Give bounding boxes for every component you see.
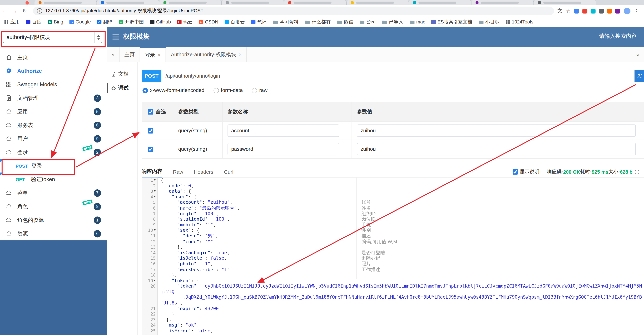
response-body-editor[interactable]: 1▼{2 "code": 0,3▼ "data": {4▼ "user": {5… [142, 178, 644, 335]
site-info-icon[interactable]: i [37, 8, 42, 14]
radio-icon[interactable] [142, 88, 148, 93]
extension-icon[interactable] [599, 8, 604, 14]
bookmark-label: 百度云 [230, 19, 245, 25]
sidebar-item-文档管理[interactable]: 文档管理3 [0, 91, 107, 105]
address-bar[interactable]: i 127.0.0.1:8760/api/gate/doc.html#/auth… [33, 6, 554, 15]
menu-toggle-icon[interactable] [112, 34, 119, 40]
content-type-option[interactable]: x-www-form-urlencoded [142, 88, 204, 93]
menu-kebab-icon[interactable]: ⋮ [634, 8, 639, 14]
bookmark-item[interactable]: 笔记 [251, 19, 266, 25]
browser-tab[interactable] [34, 0, 97, 5]
sidebar-item-应用[interactable]: 应用5 [0, 105, 107, 118]
browser-tab[interactable] [534, 0, 596, 5]
workspace-tab[interactable]: 主页 [119, 47, 140, 62]
browser-tab[interactable] [347, 0, 409, 5]
browser-tab[interactable] [472, 0, 534, 5]
extension-icon[interactable] [574, 8, 579, 14]
content-type-option[interactable]: raw [252, 88, 268, 93]
extension-icon[interactable] [582, 8, 588, 14]
module-select[interactable]: authority-权限模块 [3, 31, 102, 43]
show-description-checkbox[interactable] [513, 169, 518, 174]
select-all-checkbox[interactable] [148, 109, 153, 114]
send-button[interactable]: 发 [634, 70, 644, 82]
star-icon[interactable]: ☆ [566, 8, 570, 14]
bookmark-item[interactable]: 小目标 [478, 19, 500, 25]
browser-tab[interactable] [159, 0, 222, 5]
doc-nav-调试[interactable]: 调试 [107, 81, 137, 95]
response-tab-Headers[interactable]: Headers [194, 166, 213, 177]
extension-icon[interactable] [590, 8, 596, 14]
browser-tab[interactable] [97, 0, 159, 5]
browser-tab[interactable] [284, 0, 347, 5]
forward-icon[interactable]: → [10, 8, 20, 14]
param-value-input[interactable] [357, 143, 636, 155]
fullscreen-icon[interactable] [635, 170, 639, 174]
sidebar-item-Swagger Models[interactable]: Swagger Models [0, 78, 107, 91]
sidebar-item-资源[interactable]: 资源6 [0, 227, 107, 240]
bookmark-item[interactable]: 百度 [26, 19, 42, 25]
bookmark-item[interactable]: 什么都有 [305, 19, 330, 25]
fold-arrow-icon[interactable]: ▼ [154, 189, 156, 194]
sidebar-item-用户[interactable]: 用户9 [0, 132, 107, 146]
bookmark-item[interactable]: 1024Tools [506, 19, 534, 24]
sidebar-item-登录[interactable]: 登录NEW2 [0, 146, 107, 159]
fold-arrow-icon[interactable]: ▼ [154, 178, 156, 183]
radio-icon[interactable] [214, 88, 219, 93]
back-icon[interactable]: ← [0, 8, 10, 14]
tabs-scroll-right-icon[interactable]: » [632, 47, 644, 62]
fold-arrow-icon[interactable]: ▼ [154, 228, 156, 233]
param-value-input[interactable] [357, 124, 636, 137]
extension-icon[interactable] [615, 8, 620, 14]
extension-icon[interactable] [607, 8, 612, 14]
param-name-input[interactable] [228, 124, 339, 137]
bookmark-item[interactable]: A翻译 [97, 19, 112, 25]
bookmark-item[interactable]: mac [409, 19, 425, 24]
fold-arrow-icon[interactable]: ▼ [154, 194, 156, 200]
bookmark-item[interactable]: 学习资料 [273, 19, 298, 25]
sidebar-item-角色[interactable]: 角色NEW8 [0, 200, 107, 213]
response-tab-响应内容[interactable]: 响应内容 [142, 166, 162, 177]
search-input[interactable] [570, 32, 638, 39]
sidebar-item-菜单[interactable]: 菜单7 [0, 186, 107, 200]
translate-icon[interactable]: 文 [558, 8, 562, 14]
response-tab-Curl[interactable]: Curl [224, 166, 233, 177]
sidebar-item-主页[interactable]: 主页 [0, 50, 107, 64]
bookmark-item[interactable]: O开源中国 [119, 19, 144, 25]
radio-icon[interactable] [252, 88, 257, 93]
fold-arrow-icon[interactable]: ▼ [154, 278, 156, 284]
bookmark-item[interactable]: G码云 [177, 19, 192, 25]
close-window-button[interactable] [26, 1, 29, 4]
workspace-tab[interactable]: 登录× [140, 47, 166, 62]
sidebar-item-Authorize[interactable]: Authorize [0, 64, 107, 78]
bookmark-item[interactable]: 已导入 [382, 19, 403, 25]
close-tab-icon[interactable]: × [158, 52, 160, 58]
sidebar-item-get-验证token[interactable]: GET验证token [0, 172, 107, 186]
show-description-toggle[interactable]: 显示说明 [513, 168, 540, 175]
request-url-field[interactable]: /api/authority/anno/login [162, 70, 634, 82]
tabs-scroll-left-icon[interactable]: « [107, 47, 119, 62]
bookmark-item[interactable]: EES搜索引擎文档 [431, 19, 472, 25]
response-tab-Raw[interactable]: Raw [173, 166, 183, 177]
bookmark-item[interactable]: 百度云 [224, 19, 245, 25]
browser-tab[interactable] [222, 0, 284, 5]
sidebar-item-角色的资源[interactable]: 角色的资源1 [0, 213, 107, 227]
param-checkbox[interactable] [148, 128, 153, 133]
doc-nav-文档[interactable]: 文档 [107, 67, 137, 81]
param-name-input[interactable] [228, 143, 339, 155]
bookmark-item[interactable]: bBing [48, 19, 63, 24]
profile-avatar[interactable] [624, 8, 630, 14]
bookmark-item[interactable]: 微信 [337, 19, 353, 25]
workspace-tab[interactable]: Authorize-authority-权限模块× [166, 47, 247, 62]
bookmark-item[interactable]: GitHub [150, 19, 171, 24]
bookmark-item[interactable]: 应用 [4, 19, 20, 25]
reload-icon[interactable]: ↻ [20, 8, 30, 14]
bookmark-item[interactable]: GGoogle [70, 19, 91, 24]
content-type-option[interactable]: form-data [214, 88, 243, 93]
bookmark-item[interactable]: 公司 [360, 19, 376, 25]
close-tab-icon[interactable]: × [239, 52, 242, 58]
param-checkbox[interactable] [148, 146, 153, 152]
sidebar-item-post-登录[interactable]: POST登录 [0, 159, 107, 173]
browser-tab[interactable] [409, 0, 472, 5]
sidebar-item-服务表[interactable]: 服务表6 [0, 118, 107, 132]
bookmark-item[interactable]: CCSDN [199, 19, 218, 24]
